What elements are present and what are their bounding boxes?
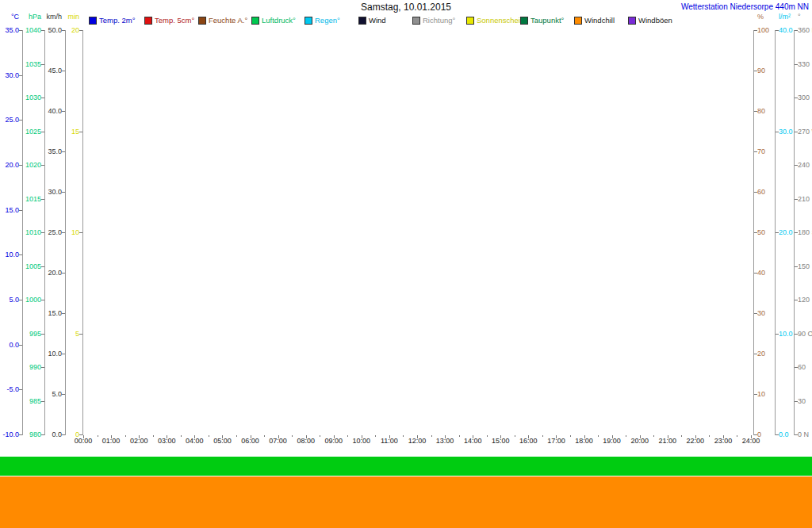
axis-tick-label-kmh: 35.0 [38, 147, 62, 155]
axis-tick-label-deg: 210 [798, 195, 812, 203]
legend-label: Temp. 2m° [99, 16, 136, 25]
legend-label: Taupunkt° [530, 16, 564, 25]
axis-tick [776, 30, 779, 31]
axis-tick [62, 111, 65, 112]
axis-tick [754, 30, 757, 31]
legend-swatch-icon [198, 17, 206, 25]
x-axis-tick [445, 435, 446, 438]
axis-tick [79, 30, 82, 31]
legend-label: Wind [369, 16, 386, 25]
legend-label: Sonnenschein [477, 16, 524, 25]
legend-label: Regen° [315, 16, 340, 25]
legend-item-temp-5cm[interactable]: Temp. 5cm° [144, 16, 194, 25]
axis-tick-label-deg: 240 [798, 161, 812, 169]
axis-tick-label-temp: -5.0 [0, 385, 19, 393]
axis-tick [795, 334, 798, 335]
x-axis-tick [306, 435, 307, 438]
station-name: Wetterstation Niedersorpe 440m NN [681, 2, 809, 11]
legend-item-wind[interactable]: Wind [358, 16, 386, 25]
legend-label: Feuchte A.° [209, 16, 247, 25]
axis-tick-label-pct: 70 [757, 147, 791, 155]
axis-tick-label-deg: 330 [798, 60, 812, 68]
legend-item-windböen[interactable]: Windböen [628, 16, 672, 25]
legend-swatch-icon [89, 17, 97, 25]
legend-item-regen[interactable]: Regen° [304, 16, 340, 25]
legend-item-taupunkt[interactable]: Taupunkt° [520, 16, 564, 25]
x-axis-tick [556, 435, 557, 438]
axis-tick-label-deg: 150 [798, 262, 812, 270]
axis-tick [754, 232, 757, 233]
axis-tick-label-hpa: 1030 [17, 94, 41, 101]
axis-tick-label-deg: 60 [798, 363, 812, 371]
axis-tick [79, 334, 82, 335]
axis-tick [754, 434, 757, 435]
axis-tick-label-kmh: 30.0 [38, 188, 62, 196]
x-axis-tick [668, 435, 668, 438]
axis-tick [19, 210, 22, 211]
axis-unit-pct: % [757, 13, 764, 21]
legend-swatch-icon [358, 17, 366, 25]
axis-tick [795, 401, 798, 402]
axis-tick-label-temp: -10.0 [0, 430, 19, 438]
axis-tick-label-deg: 270 W [798, 128, 812, 136]
legend-swatch-icon [412, 17, 420, 25]
axis-tick-label-hpa: 995 [17, 330, 41, 338]
axis-unit-temp: °C [0, 13, 19, 21]
legend-swatch-icon [251, 17, 259, 25]
axis-tick-label-hpa: 1020 [17, 161, 41, 169]
legend-item-windchill[interactable]: Windchill [574, 16, 615, 25]
axis-tick [41, 300, 44, 300]
x-axis-tick [278, 435, 279, 438]
legend-item-feuchte-a[interactable]: Feuchte A.° [198, 16, 247, 25]
status-bar [0, 457, 812, 476]
axis-tick [795, 300, 798, 300]
axis-tick-label-hpa: 985 [17, 397, 41, 405]
axis-tick-label-temp: 10.0 [0, 251, 19, 258]
axis-tick [79, 232, 82, 233]
axis-tick [754, 394, 757, 395]
axis-tick [19, 75, 22, 76]
x-axis-tick [111, 435, 112, 438]
x-axis-tick [751, 435, 752, 438]
axis-tick-label-deg: 360 N [798, 26, 812, 34]
axis-tick-label-pct: 10 [757, 390, 791, 398]
legend-item-sonnenschein[interactable]: Sonnenschein [466, 16, 524, 25]
chart-plot-area[interactable] [83, 30, 751, 434]
legend-swatch-icon [574, 17, 582, 25]
axis-tick [795, 165, 798, 166]
weather-app-window: Samstag, 10.01.2015 Wetterstation Nieder… [0, 0, 812, 528]
axis-tick [754, 111, 757, 112]
legend-swatch-icon [520, 17, 528, 25]
axis-tick [79, 132, 82, 132]
axis-tick [754, 354, 757, 354]
axis-tick [795, 232, 798, 233]
legend-swatch-icon [466, 17, 474, 25]
axis-tick [795, 434, 798, 435]
axis-tick [62, 394, 65, 395]
axis-tick [776, 232, 779, 233]
axis-tick [41, 367, 44, 368]
x-axis-tick [139, 435, 140, 438]
axis-tick [776, 434, 779, 435]
axis-tick [19, 389, 22, 390]
axis-tick [62, 313, 65, 314]
axis-tick-label-hpa: 1000 [17, 296, 41, 304]
axis-tick-label-temp: 35.0 [0, 26, 19, 34]
legend-label: Richtung° [423, 16, 455, 25]
x-axis-tick [584, 435, 585, 438]
axis-unit-deg: ° [798, 13, 801, 21]
legend-item-richtung[interactable]: Richtung° [412, 16, 455, 25]
axis-tick-label-deg: 300 [798, 94, 812, 101]
axis-unit-lm2: l/m² [779, 13, 791, 21]
legend-item-luftdruck[interactable]: Luftdruck° [251, 16, 296, 25]
axis-tick [41, 401, 44, 402]
axis-tick [62, 71, 65, 71]
axis-tick [795, 98, 798, 98]
axis-tick [62, 151, 65, 152]
axis-tick [79, 434, 82, 435]
legend-item-temp-2m[interactable]: Temp. 2m° [89, 16, 136, 25]
axis-tick [754, 71, 757, 71]
axis-tick [795, 64, 798, 65]
axis-tick [62, 192, 65, 193]
axis-tick-label-hpa: 990 [17, 363, 41, 371]
